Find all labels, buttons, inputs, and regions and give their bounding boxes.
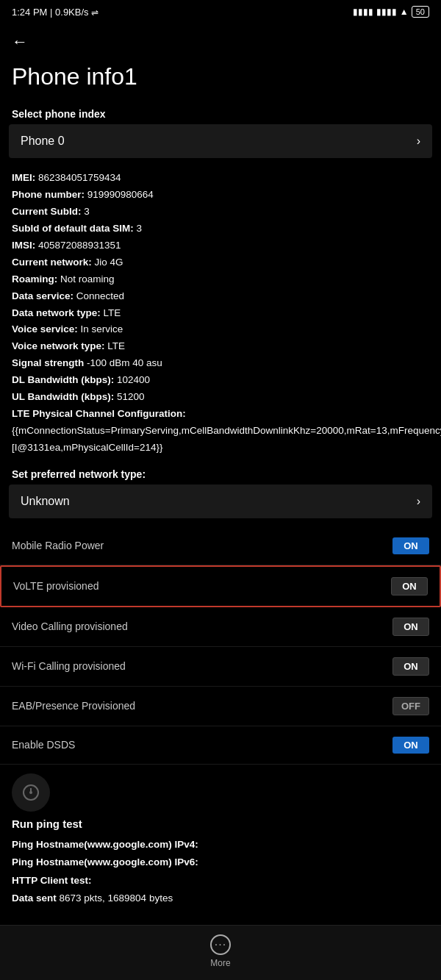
phone-info-line: Current SubId: 3 (12, 204, 429, 221)
toggle-switch-1[interactable]: ON (391, 577, 428, 595)
phone-info-line: IMEI: 862384051759434 (12, 170, 429, 187)
ping-line-1: Ping Hostname(www.google.com) IPv6: (12, 854, 429, 871)
chevron-right-icon-2: › (417, 495, 420, 508)
phone-info-line: Voice network type: LTE (12, 338, 429, 355)
battery-icon: 50 (412, 6, 429, 18)
toggle-switch-4[interactable]: OFF (392, 697, 429, 715)
status-time: 1:24 PM (12, 7, 47, 18)
phone-info-line: Signal strength -100 dBm 40 asu (12, 355, 429, 372)
page-title: Phone info1 (0, 57, 441, 102)
ping-line-2: HTTP Client test: (12, 872, 429, 890)
phone-info-line: IMSI: 405872088931351 (12, 237, 429, 254)
bottom-nav[interactable]: ··· More (0, 925, 441, 980)
phone-info-line: LTE Physical Channel Configuration: {{mC… (12, 406, 429, 457)
phone-info-line: Data network type: LTE (12, 305, 429, 322)
preferred-network-value: Unknown (21, 495, 70, 508)
status-bar: 1:24 PM | 0.9KB/s ⇌ ▮▮▮▮ ▮▮▮▮ ▲ 50 (0, 0, 441, 21)
preferred-network-dropdown[interactable]: Unknown › (9, 484, 432, 518)
back-button[interactable]: ← (0, 21, 441, 57)
phone-info-line: Current network: Jio 4G (12, 254, 429, 271)
toggle-label-3: Wi-Fi Calling provisioned (12, 660, 126, 672)
svg-point-2 (29, 791, 32, 794)
phone-info-line: Roaming: Not roaming (12, 271, 429, 288)
toggle-switch-0[interactable]: ON (392, 537, 429, 554)
toggle-label-5: Enable DSDS (12, 739, 75, 751)
run-ping-label: Run ping test (12, 818, 429, 830)
status-time-speed: 1:24 PM | 0.9KB/s ⇌ (12, 7, 98, 18)
status-separator: | (50, 7, 55, 18)
toggle-row-4[interactable]: EAB/Presence ProvisionedOFF (0, 687, 441, 726)
toggle-label-1: VoLTE provisioned (13, 580, 98, 592)
toggle-row-3[interactable]: Wi-Fi Calling provisionedON (0, 647, 441, 687)
ping-section: Run ping test Ping Hostname(www.google.c… (0, 765, 441, 910)
ping-info-block: Ping Hostname(www.google.com) IPv4:Ping … (12, 836, 429, 907)
preferred-network-label: Set preferred network type: (0, 462, 441, 484)
more-label: More (210, 958, 230, 968)
wifi-icon: ▲ (400, 7, 409, 17)
phone-info-line: Data service: Connected (12, 288, 429, 305)
toggle-switch-2[interactable]: ON (392, 618, 429, 636)
phone-info-line: SubId of default data SIM: 3 (12, 221, 429, 237)
ping-line-0: Ping Hostname(www.google.com) IPv4: (12, 836, 429, 854)
toggle-label-2: Video Calling provisioned (12, 620, 128, 632)
chevron-right-icon: › (417, 135, 420, 148)
phone-info-line: DL Bandwidth (kbps): 102400 (12, 372, 429, 389)
phone-info-line: Voice service: In service (12, 321, 429, 338)
sync-icon: ⇌ (91, 7, 98, 18)
toggle-label-0: Mobile Radio Power (12, 540, 104, 551)
toggles-container: Mobile Radio PowerONVoLTE provisionedONV… (0, 527, 441, 765)
phone-info-line: Phone number: 919990980664 (12, 187, 429, 204)
more-nav-item[interactable]: ··· More (210, 934, 231, 968)
toggle-row-1[interactable]: VoLTE provisionedON (0, 565, 441, 607)
phone-info-block: IMEI: 862384051759434Phone number: 91999… (0, 167, 441, 462)
toggle-label-4: EAB/Presence Provisioned (12, 700, 135, 712)
ping-circle-icon (12, 773, 50, 812)
status-icons: ▮▮▮▮ ▮▮▮▮ ▲ 50 (353, 6, 429, 18)
ping-line-3: Data sent 8673 pkts, 1689804 bytes (12, 890, 429, 907)
toggle-switch-3[interactable]: ON (392, 657, 429, 676)
toggle-row-0[interactable]: Mobile Radio PowerON (0, 527, 441, 565)
select-phone-label: Select phone index (0, 102, 441, 124)
toggle-row-5[interactable]: Enable DSDSON (0, 726, 441, 765)
toggle-row-2[interactable]: Video Calling provisionedON (0, 607, 441, 647)
status-speed: 0.9KB/s (55, 7, 89, 18)
signal-icon-1: ▮▮▮▮ (353, 7, 373, 17)
phone-index-value: Phone 0 (21, 135, 65, 148)
signal-icon-2: ▮▮▮▮ (376, 7, 397, 17)
phone-index-dropdown[interactable]: Phone 0 › (9, 124, 432, 158)
phone-info-line: UL Bandwidth (kbps): 51200 (12, 389, 429, 406)
toggle-switch-5[interactable]: ON (392, 737, 429, 754)
more-icon: ··· (210, 934, 231, 955)
